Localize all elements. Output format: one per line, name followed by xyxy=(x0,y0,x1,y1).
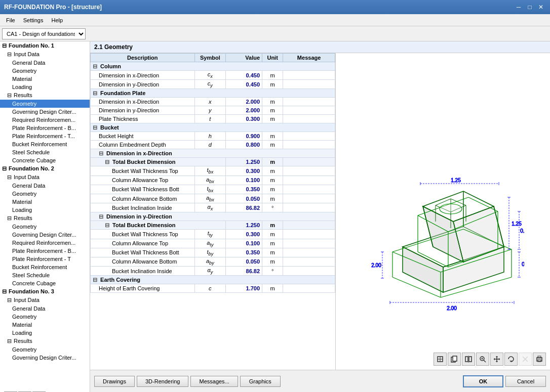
sidebar-steel-sched-1[interactable]: Steel Schedule xyxy=(0,148,90,156)
3d-svg: 1.25 1.25 0.90 xyxy=(362,105,524,318)
col-header-symbol: Symbol xyxy=(194,54,226,62)
sidebar-governing-design-1[interactable]: Governing Design Criter... xyxy=(0,108,90,116)
sidebar-foundation-2[interactable]: ⊟ Foundation No. 2 xyxy=(0,164,90,173)
table-row[interactable]: Bucket Wall Thickness Top tbx 0.300 m xyxy=(91,166,335,176)
section-foundation-plate: ⊟ Foundation Plate xyxy=(91,89,335,98)
sidebar-foundation-3[interactable]: ⊟ Foundation No. 3 xyxy=(0,287,90,296)
sidebar-bucket-reinf-2[interactable]: Bucket Reinforcement xyxy=(0,263,90,271)
table-row[interactable]: Column Allowance Top aty 0.100 m xyxy=(91,239,335,248)
view-btn-5[interactable] xyxy=(490,353,503,366)
sidebar-loading-1[interactable]: Loading xyxy=(0,83,90,91)
sidebar-geometry-2[interactable]: Geometry xyxy=(0,190,90,198)
table-row[interactable]: Column Allowance Top abx 0.100 m xyxy=(91,176,335,185)
view-btn-2[interactable] xyxy=(448,353,461,366)
sidebar-plate-reinf-t-2[interactable]: Plate Reinforcement - T xyxy=(0,255,90,263)
menu-file[interactable]: File xyxy=(2,16,19,24)
view-btn-3[interactable] xyxy=(462,353,475,366)
table-row[interactable]: Plate Thickness t 0.300 m xyxy=(91,115,335,123)
data-table-area: Description Symbol Value Unit Message ⊟ … xyxy=(90,53,336,370)
table-row[interactable]: Dimension in y-Direction cy 0.450 m xyxy=(91,80,335,89)
sidebar-loading-2[interactable]: Loading xyxy=(0,206,90,214)
drawings-button[interactable]: Drawings xyxy=(94,376,135,387)
sidebar-input-data-3[interactable]: ⊟ Input Data xyxy=(0,296,90,304)
messages-button[interactable]: Messages... xyxy=(190,376,238,387)
sidebar-bucket-reinf-1[interactable]: Bucket Reinforcement xyxy=(0,140,90,148)
table-row[interactable]: Bucket Inclination Inside αy 86.82 ° xyxy=(91,267,335,276)
sidebar-steel-sched-2[interactable]: Steel Schedule xyxy=(0,271,90,279)
sidebar-general-data-3[interactable]: General Data xyxy=(0,304,90,313)
table-row[interactable]: Bucket Height h 0.900 m xyxy=(91,132,335,141)
sidebar-geometry-result-2[interactable]: Geometry xyxy=(0,223,90,231)
table-row[interactable]: Dimension in x-Direction cx 0.450 m xyxy=(91,71,335,80)
table-row[interactable]: Bucket Inclination Inside αx 86.82 ° xyxy=(91,203,335,212)
sidebar-geometry-result-1[interactable]: Geometry xyxy=(0,100,90,108)
sidebar-concrete-cub-1[interactable]: Concrete Cubage xyxy=(0,156,90,164)
menu-settings[interactable]: Settings xyxy=(19,16,48,24)
sidebar-plate-reinf-b-1[interactable]: Plate Reinforcement - B... xyxy=(0,124,90,132)
3d-rendering-button[interactable]: 3D-Rendering xyxy=(137,376,188,387)
subsection-total-bucket-x: ⊟ Total Bucket Dimension 1.250 m xyxy=(91,158,335,166)
sidebar-plate-reinf-b-2[interactable]: Plate Reinforcement - B... xyxy=(0,247,90,255)
sidebar-general-data-1[interactable]: General Data xyxy=(0,59,90,67)
view-btn-6[interactable] xyxy=(504,353,518,366)
sidebar-results-1[interactable]: ⊟ Results xyxy=(0,91,90,100)
svg-text:0.30: 0.30 xyxy=(522,262,524,267)
subsection-dim-y: ⊟ Dimension in y-Direction xyxy=(91,212,335,221)
sidebar-results-2[interactable]: ⊟ Results xyxy=(0,214,90,223)
graphics-button[interactable]: Graphics xyxy=(240,376,281,387)
sidebar-geometry-1[interactable]: Geometry xyxy=(0,67,90,75)
table-row[interactable]: Column Embedment Depth d 0.800 m xyxy=(91,141,335,149)
sidebar-input-data-1[interactable]: ⊟ Input Data xyxy=(0,50,90,59)
window-controls[interactable]: ─ □ ✕ xyxy=(514,2,546,12)
foundation-dropdown[interactable]: CA1 - Design of foundations xyxy=(2,28,86,39)
sidebar-foundation-1[interactable]: ⊟ Foundation No. 1 xyxy=(0,41,90,50)
app-title-text: RF-FOUNDATION Pro - [structure] xyxy=(4,4,102,11)
svg-text:1.25: 1.25 xyxy=(451,178,461,183)
sidebar-geometry-3[interactable]: Geometry xyxy=(0,313,90,321)
table-row[interactable]: Bucket Wall Thickness Bott tbx 0.350 m xyxy=(91,185,335,194)
table-row[interactable]: Column Allowance Bottom aby 0.050 m xyxy=(91,257,335,266)
sidebar: ⊟ Foundation No. 1 ⊟ Input Data General … xyxy=(0,41,90,392)
title-bar: RF-FOUNDATION Pro - [structure] ─ □ ✕ xyxy=(0,0,550,14)
view-btn-8[interactable] xyxy=(533,353,546,366)
table-row[interactable]: Column Allowance Bottom abx 0.050 m xyxy=(91,194,335,203)
sidebar-concrete-cub-2[interactable]: Concrete Cubage xyxy=(0,279,90,287)
view-btn-4[interactable] xyxy=(476,353,489,366)
sidebar-required-reinf-1[interactable]: Required Reinforcemen... xyxy=(0,116,90,124)
table-row[interactable]: Dimension in y-Direction y 2.000 m xyxy=(91,106,335,115)
sidebar-governing-design-3[interactable]: Governing Design Criter... xyxy=(0,354,90,362)
cancel-button[interactable]: Cancel xyxy=(505,376,546,387)
sidebar-material-1[interactable]: Material xyxy=(0,75,90,83)
sidebar-results-3[interactable]: ⊟ Results xyxy=(0,337,90,345)
svg-text:1.25: 1.25 xyxy=(512,221,522,227)
sidebar-material-2[interactable]: Material xyxy=(0,198,90,206)
subsection-total-bucket-y: ⊟ Total Bucket Dimension 1.250 m xyxy=(91,221,335,230)
ok-button[interactable]: OK xyxy=(463,375,503,387)
menu-bar: File Settings Help xyxy=(0,14,550,26)
subsection-dim-x: ⊟ Dimension in x-Direction xyxy=(91,149,335,158)
col-header-value: Value xyxy=(226,54,262,62)
view-btn-7[interactable] xyxy=(519,353,532,366)
svg-point-32 xyxy=(440,204,462,214)
minimize-button[interactable]: ─ xyxy=(514,2,524,12)
table-row[interactable]: Bucket Wall Thickness Top tty 0.300 m xyxy=(91,230,335,239)
view-btn-1[interactable] xyxy=(434,353,447,366)
col-header-message: Message xyxy=(283,54,335,62)
menu-help[interactable]: Help xyxy=(47,16,67,24)
sidebar-material-3[interactable]: Material xyxy=(0,321,90,329)
maximize-button[interactable]: □ xyxy=(525,2,535,12)
sidebar-input-data-2[interactable]: ⊟ Input Data xyxy=(0,173,90,182)
close-button[interactable]: ✕ xyxy=(536,2,546,12)
col-header-unit: Unit xyxy=(262,54,283,62)
table-row[interactable]: Bucket Wall Thickness Bott tby 0.350 m xyxy=(91,248,335,257)
sidebar-general-data-2[interactable]: General Data xyxy=(0,182,90,190)
table-row[interactable]: Dimension in x-Direction x 2.000 m xyxy=(91,98,335,106)
sidebar-plate-reinf-t-1[interactable]: Plate Reinforcement - T... xyxy=(0,132,90,140)
sidebar-required-reinf-2[interactable]: Required Reinforcemen... xyxy=(0,239,90,247)
sidebar-governing-design-2[interactable]: Governing Design Criter... xyxy=(0,231,90,239)
table-row[interactable]: Height of Earth Covering c 1.700 m xyxy=(91,284,335,293)
sidebar-loading-3[interactable]: Loading xyxy=(0,329,90,337)
3d-view[interactable]: 1.25 1.25 0.90 xyxy=(336,53,550,370)
app-body: CA1 - Design of foundations ⊟ Foundation… xyxy=(0,26,550,392)
sidebar-geometry-result-3[interactable]: Geometry xyxy=(0,345,90,354)
